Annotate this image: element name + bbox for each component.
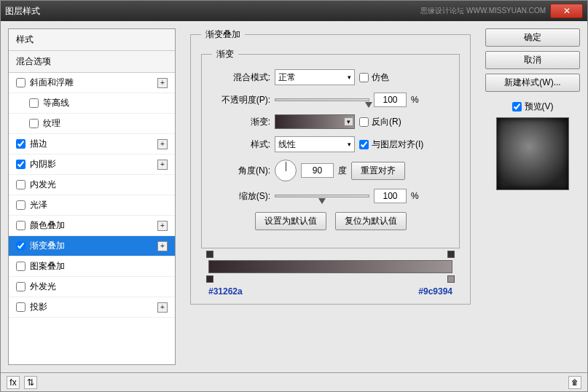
scale-unit: % [411,191,419,201]
style-item-1[interactable]: 等高线 [9,93,175,114]
add-effect-button[interactable]: + [157,78,168,88]
fx-icon[interactable]: fx [7,376,20,389]
style-label: 图案叠加 [30,260,168,273]
group-title: 渐变叠加 [201,28,245,41]
watermark: 思缘设计论坛 WWW.MISSYUAN.COM [420,6,546,16]
reset-default-button[interactable]: 复位为默认值 [335,212,407,230]
scale-slider[interactable] [275,195,369,197]
styles-panel: 样式 混合选项 斜面和浮雕+等高线纹理描边+内阴影+内发光光泽颜色叠加+渐变叠加… [8,28,176,365]
style-item-3[interactable]: 描边+ [9,134,175,154]
style-item-8[interactable]: 渐变叠加+ [9,236,175,256]
add-effect-button[interactable]: + [157,139,168,149]
blend-options-header[interactable]: 混合选项 [9,51,175,73]
style-checkbox[interactable] [29,119,39,128]
style-item-10[interactable]: 外发光 [9,277,175,297]
style-checkbox[interactable] [16,78,26,87]
angle-unit: 度 [338,165,347,177]
gradient-picker[interactable]: ▾ [275,114,355,129]
style-item-4[interactable]: 内阴影+ [9,154,175,175]
reverse-input[interactable] [359,117,369,127]
scale-label: 缩放(S): [212,190,270,203]
dither-checkbox[interactable]: 仿色 [359,71,389,84]
style-value: 线性 [278,138,296,151]
opacity-unit: % [411,95,419,105]
gradient-overlay-group: 渐变叠加 渐变 混合模式: 正常 ▾ 仿色 不透明度(P): [190,28,471,305]
opacity-input[interactable]: 100 [374,93,407,107]
angle-dial[interactable] [275,160,297,181]
preview-checkbox[interactable]: 预览(V) [485,101,580,113]
color-stop-right[interactable] [447,275,455,283]
opacity-stop-right[interactable] [447,251,455,258]
scale-input[interactable]: 100 [374,189,407,203]
add-effect-button[interactable]: + [157,221,168,231]
color-right-label: #9c9394 [418,286,452,297]
gradient-editor[interactable] [208,260,452,273]
slider-thumb[interactable] [365,102,372,108]
opacity-label: 不透明度(P): [212,94,270,106]
style-checkbox[interactable] [16,282,26,291]
style-checkbox[interactable] [16,139,26,149]
preview-input[interactable] [512,102,522,111]
angle-label: 角度(N): [212,165,270,177]
set-default-button[interactable]: 设置为默认值 [255,212,326,230]
style-checkbox[interactable] [16,180,26,189]
opacity-slider[interactable] [275,98,369,101]
close-icon: ✕ [563,6,571,16]
style-checkbox[interactable] [29,98,39,108]
style-item-0[interactable]: 斜面和浮雕+ [9,73,175,93]
style-checkbox[interactable] [16,200,26,210]
add-effect-button[interactable]: + [157,160,168,170]
style-label: 内发光 [30,179,168,191]
style-item-9[interactable]: 图案叠加 [9,256,175,277]
style-list: 斜面和浮雕+等高线纹理描边+内阴影+内发光光泽颜色叠加+渐变叠加+图案叠加外发光… [9,73,175,364]
color-stop-left[interactable] [206,275,213,283]
gradient-group: 渐变 混合模式: 正常 ▾ 仿色 不透明度(P): 100 % [201,48,460,248]
style-checkbox[interactable] [16,160,26,169]
style-checkbox[interactable] [16,241,26,251]
chevron-down-icon: ▾ [348,74,351,81]
blend-mode-label: 混合模式: [212,71,270,84]
trash-icon[interactable]: 🗑 [568,376,581,389]
slider-thumb[interactable] [318,198,326,204]
style-item-2[interactable]: 纹理 [9,114,175,134]
gradient-bar[interactable] [208,260,452,273]
styles-header[interactable]: 样式 [9,29,175,51]
opacity-stop-left[interactable] [206,251,213,258]
ok-button[interactable]: 确定 [485,28,580,47]
layer-style-dialog: 图层样式 思缘设计论坛 WWW.MISSYUAN.COM ✕ 样式 混合选项 斜… [0,0,588,392]
inner-title: 渐变 [212,48,238,60]
preview-group: 预览(V) [485,101,580,195]
bottom-toolbar: fx ⇅ 🗑 [1,372,587,391]
style-item-6[interactable]: 光泽 [9,195,175,216]
add-effect-button[interactable]: + [157,302,168,313]
color-left-label: #31262a [208,286,243,297]
blend-mode-select[interactable]: 正常 ▾ [275,69,355,85]
style-label: 样式: [212,138,270,151]
titlebar: 图层样式 思缘设计论坛 WWW.MISSYUAN.COM ✕ [1,1,587,21]
style-label: 颜色叠加 [30,219,157,232]
align-checkbox[interactable]: 与图层对齐(I) [359,138,423,151]
gradient-label: 渐变: [212,116,270,128]
new-style-button[interactable]: 新建样式(W)... [485,74,580,92]
add-effect-button[interactable]: + [157,241,168,251]
style-item-7[interactable]: 颜色叠加+ [9,216,175,236]
style-item-11[interactable]: 投影+ [9,297,175,318]
chevron-down-icon: ▾ [348,141,351,148]
close-button[interactable]: ✕ [550,4,583,18]
angle-input[interactable]: 90 [301,163,334,178]
chevron-down-icon: ▾ [345,118,353,125]
arrows-icon[interactable]: ⇅ [24,376,37,389]
style-checkbox[interactable] [16,262,26,271]
style-checkbox[interactable] [16,221,26,230]
style-item-5[interactable]: 内发光 [9,175,175,195]
window-title: 图层样式 [5,5,420,17]
style-checkbox[interactable] [16,302,26,312]
reset-align-button[interactable]: 重置对齐 [351,162,405,180]
style-label: 纹理 [43,117,168,130]
align-input[interactable] [359,140,369,149]
style-select[interactable]: 线性 ▾ [275,136,355,152]
cancel-button[interactable]: 取消 [485,51,580,69]
preview-thumbnail [496,117,569,190]
reverse-checkbox[interactable]: 反向(R) [359,116,401,128]
dither-input[interactable] [359,73,369,82]
